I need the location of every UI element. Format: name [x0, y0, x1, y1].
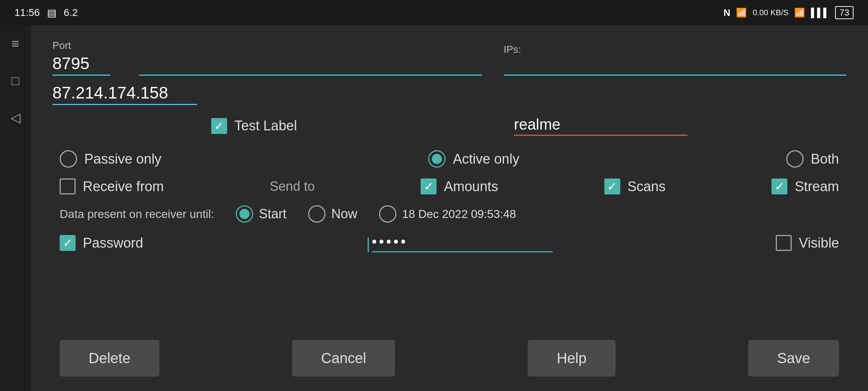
- status-left: 11:56 ▤ 6.2: [14, 7, 78, 19]
- now-label: Now: [331, 206, 357, 222]
- stream-group: ✓ Stream: [771, 178, 839, 194]
- receive-from-checkbox[interactable]: [60, 178, 76, 194]
- password-row: ✓ Password ••••• Visible: [52, 234, 846, 252]
- cancel-button[interactable]: Cancel: [292, 340, 395, 377]
- amounts-checkmark: ✓: [424, 180, 434, 193]
- test-label-text: Test Label: [234, 118, 297, 134]
- back-icon[interactable]: ◁: [10, 110, 21, 125]
- checkmark-icon: ✓: [214, 119, 224, 133]
- password-cursor: [366, 235, 370, 252]
- data-rate: 0.00 KB/S: [753, 8, 788, 17]
- signal-bars: ▌▌▌: [811, 8, 829, 18]
- time-display: 11:56: [14, 7, 40, 18]
- scans-checkbox[interactable]: ✓: [604, 178, 620, 194]
- delete-button[interactable]: Delete: [60, 340, 159, 377]
- status-bar: 11:56 ▤ 6.2 N 📶 0.00 KB/S 📶 ▌▌▌ 73: [0, 0, 868, 25]
- nfc-icon: N: [723, 7, 730, 18]
- active-only-radio[interactable]: [428, 150, 446, 168]
- now-option[interactable]: Now: [308, 205, 357, 223]
- both-radio[interactable]: [786, 150, 804, 168]
- visible-group: Visible: [776, 235, 839, 251]
- ip-input-2[interactable]: [504, 58, 847, 76]
- datetime-option[interactable]: 18 Dec 2022 09:53:48: [379, 205, 516, 223]
- both-label: Both: [811, 151, 839, 167]
- data-present-row: Data present on receiver until: Start No…: [52, 205, 846, 223]
- start-radio[interactable]: [236, 205, 253, 223]
- visible-checkbox[interactable]: [776, 235, 792, 251]
- start-label: Start: [259, 206, 286, 222]
- password-checkmark: ✓: [63, 236, 73, 250]
- send-to-label: Send to: [270, 179, 315, 194]
- checkboxes-row: Receive from Send to ✓ Amounts ✓ Scans ✓…: [52, 178, 846, 194]
- port-group: Port 8795: [52, 40, 110, 76]
- receive-from-label: Receive from: [83, 179, 164, 194]
- buttons-row: Delete Cancel Help Save: [52, 340, 846, 377]
- ip-input-1[interactable]: [139, 58, 482, 76]
- main-content: Port 8795 IPs: 87.214.174.158 ✓ Test Lab…: [31, 25, 868, 391]
- stream-label: Stream: [795, 179, 839, 194]
- datetime-radio[interactable]: [379, 205, 396, 223]
- wifi-icon: 📶: [794, 8, 805, 18]
- port-value[interactable]: 8795: [52, 54, 110, 76]
- test-label-checkbox[interactable]: ✓: [211, 118, 227, 134]
- ip-address-field[interactable]: 87.214.174.158: [52, 83, 197, 105]
- passive-only-label: Passive only: [84, 151, 161, 167]
- help-button[interactable]: Help: [528, 340, 615, 377]
- amounts-label: Amounts: [444, 179, 498, 194]
- save-button[interactable]: Save: [748, 340, 839, 377]
- data-present-label: Data present on receiver until:: [60, 207, 214, 221]
- password-label: Password: [83, 235, 143, 251]
- visible-label: Visible: [799, 235, 839, 251]
- ip-row: 87.214.174.158: [52, 83, 846, 105]
- scans-group: ✓ Scans: [604, 178, 666, 194]
- checkbox-icon[interactable]: □: [12, 73, 20, 88]
- active-only-label: Active only: [453, 151, 519, 167]
- port-ips-row: Port 8795 IPs:: [52, 40, 846, 76]
- passive-only-radio[interactable]: [60, 150, 77, 168]
- test-label-group: ✓ Test Label: [211, 118, 297, 134]
- stream-checkbox[interactable]: ✓: [771, 178, 787, 194]
- sim-icon: ▤: [47, 7, 56, 19]
- receive-from-group: Receive from: [60, 178, 164, 194]
- stream-checkmark: ✓: [775, 180, 784, 193]
- amounts-group: ✓ Amounts: [421, 178, 498, 194]
- ips-label: IPs:: [504, 44, 847, 55]
- status-right: N 📶 0.00 KB/S 📶 ▌▌▌ 73: [723, 6, 854, 19]
- test-label-row: ✓ Test Label realme: [52, 116, 846, 136]
- realme-field[interactable]: realme: [514, 116, 688, 136]
- scans-checkmark: ✓: [607, 180, 617, 193]
- battery-display: 73: [835, 6, 854, 19]
- bluetooth-icon: 📶: [736, 8, 747, 18]
- start-option[interactable]: Start: [236, 205, 286, 223]
- now-radio[interactable]: [308, 205, 326, 223]
- menu-icon[interactable]: ≡: [12, 36, 19, 51]
- password-checkbox[interactable]: ✓: [60, 235, 76, 251]
- sidebar: ≡ □ ◁: [0, 25, 31, 391]
- active-only-option[interactable]: Active only: [428, 150, 519, 168]
- scans-label: Scans: [627, 179, 666, 194]
- amounts-checkbox[interactable]: ✓: [421, 178, 437, 194]
- password-group: ✓ Password: [60, 235, 143, 251]
- radio-row: Passive only Active only Both: [52, 150, 846, 168]
- passive-only-option[interactable]: Passive only: [60, 150, 161, 168]
- password-field[interactable]: •••••: [372, 234, 553, 252]
- port-label: Port: [52, 40, 110, 51]
- sim-number: 6.2: [64, 7, 78, 18]
- both-option[interactable]: Both: [786, 150, 839, 168]
- start-radio-fill: [239, 209, 250, 219]
- datetime-label: 18 Dec 2022 09:53:48: [402, 207, 516, 221]
- active-only-radio-fill: [432, 154, 442, 164]
